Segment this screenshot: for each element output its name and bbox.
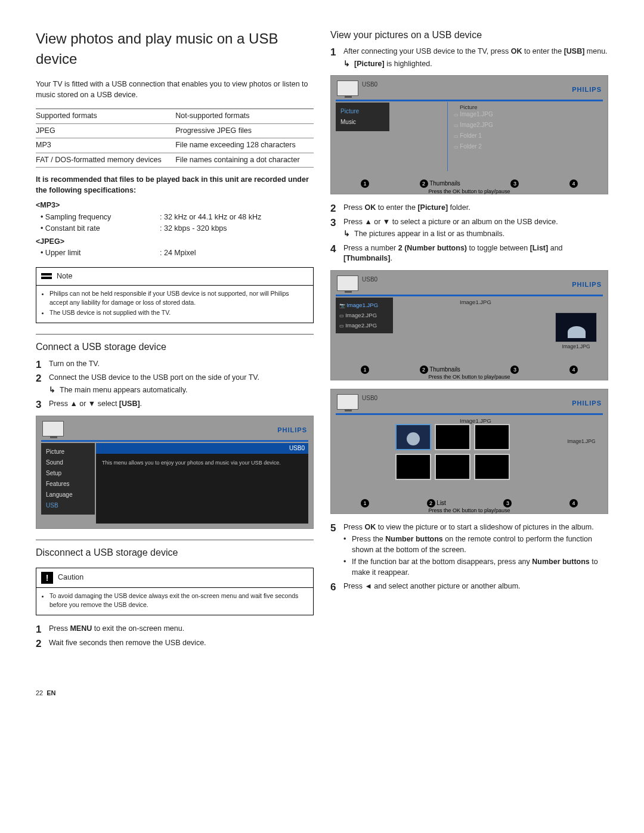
tv-screenshot-thumbnail-view: USB0 PHILIPS Image1.JPG Image1.JPG 1 2 L… bbox=[330, 389, 608, 514]
step-result: The pictures appear in a list or as thum… bbox=[343, 229, 608, 240]
thumbnail bbox=[435, 424, 470, 450]
caution-item: To avoid damaging the USB device always … bbox=[49, 592, 307, 609]
th-unsupported: Not-supported formats bbox=[175, 109, 314, 124]
tv-icon bbox=[337, 80, 358, 96]
disconnect-heading: Disconnect a USB storage device bbox=[36, 540, 314, 559]
tv-bottombar: 1 2 List 3 4 bbox=[361, 499, 578, 507]
note-icon bbox=[41, 273, 52, 279]
tv-icon bbox=[337, 394, 358, 410]
caution-icon: ! bbox=[41, 572, 53, 584]
disconnect-steps: Press MENU to exit the on-screen menu. W… bbox=[36, 624, 314, 648]
step: Press MENU to exit the on-screen menu. bbox=[36, 624, 314, 634]
view-steps: After connecting your USB device to the … bbox=[330, 47, 608, 69]
note-item: Philips can not be held responsible if y… bbox=[49, 289, 307, 306]
step: Press ▲ or ▼ select [USB]. bbox=[36, 399, 314, 410]
tv-bottombar: 1 2 Thumbnails 3 4 bbox=[361, 366, 578, 374]
page-footer: 22EN bbox=[36, 689, 608, 698]
thumbnail bbox=[474, 454, 510, 480]
spec-row: Sampling frequency: 32 kHz or 44.1 kHz o… bbox=[41, 212, 314, 223]
view-steps-cont2: Press OK to view the picture or to start… bbox=[330, 522, 608, 592]
step: Press ▲ or ▼ to select a picture or an a… bbox=[330, 217, 608, 240]
spec-row: Upper limit: 24 Mpixel bbox=[41, 248, 314, 259]
connect-steps: Turn on the TV. Connect the USB device t… bbox=[36, 359, 314, 410]
substep: If the function bar at the bottom disapp… bbox=[343, 557, 608, 578]
tv-icon bbox=[337, 275, 358, 291]
step: Press OK to enter the [Picture] folder. bbox=[330, 203, 608, 213]
intro-text: Your TV is fitted with a USB connection … bbox=[36, 79, 314, 100]
brand: PHILIPS bbox=[277, 426, 307, 435]
step: After connecting your USB device to the … bbox=[330, 47, 608, 69]
tv-main: USB0 This menu allows you to enjoy your … bbox=[96, 443, 308, 524]
step: Turn on the TV. bbox=[36, 359, 314, 370]
brand: PHILIPS bbox=[572, 280, 602, 289]
page-title: View photos and play music on a USB devi… bbox=[36, 29, 314, 69]
step: Wait five seconds then remove the USB de… bbox=[36, 638, 314, 649]
thumbnail-selected bbox=[395, 424, 431, 450]
brand: PHILIPS bbox=[572, 399, 602, 408]
tv-icon bbox=[42, 421, 64, 436]
formats-table: Supported formats Not-supported formats … bbox=[36, 109, 314, 168]
note-title: Note bbox=[57, 271, 72, 282]
preview-image bbox=[555, 312, 597, 342]
step: Connect the USB device to the USB port o… bbox=[36, 373, 314, 395]
tv-screenshot-list-view: USB0 PHILIPS Image1.JPG Image1.JPG Image… bbox=[330, 270, 608, 380]
view-steps-cont: Press OK to enter the [Picture] folder. … bbox=[330, 203, 608, 264]
connect-heading: Connect a USB storage device bbox=[36, 334, 314, 354]
thumbnail bbox=[435, 454, 470, 480]
note-item: The USB device is not supplied with the … bbox=[49, 308, 307, 317]
step: Press OK to view the picture or to start… bbox=[330, 522, 608, 578]
view-heading: View your pictures on a USB device bbox=[330, 29, 608, 42]
preview: Image1.JPG bbox=[564, 437, 599, 447]
tv-screenshot-main-menu: PHILIPS Picture Sound Setup Features Lan… bbox=[36, 416, 314, 529]
tv-screenshot-picture-menu: USB0 PHILIPS Picture Picture Music Image… bbox=[330, 75, 608, 194]
mp3-head: <MP3> bbox=[36, 200, 314, 211]
tv-filelist: Image1.JPG Image2.JPG Folder 1 Folder 2 bbox=[454, 110, 493, 153]
tv-filelist: Image1.JPG Image2.JPG Image2.JPG bbox=[336, 298, 393, 333]
caution-title: Caution bbox=[58, 572, 83, 583]
spec-row: Constant bit rate: 32 kbps - 320 kbps bbox=[41, 224, 314, 234]
jpeg-head: <JPEG> bbox=[36, 237, 314, 247]
tv-bottombar: 1 2 Thumbnails 3 4 bbox=[361, 179, 578, 188]
step-result: The main menu appears automatically. bbox=[49, 385, 314, 396]
thumbnail bbox=[474, 424, 510, 450]
step: Press a number 2 (Number buttons) to tog… bbox=[330, 243, 608, 264]
preview: Image1.JPG bbox=[555, 312, 597, 351]
rec-intro: It is recommended that files to be playe… bbox=[36, 175, 314, 196]
substep: Press the Number buttons on the remote c… bbox=[343, 534, 608, 555]
step: Press ◄ and select another picture or an… bbox=[330, 581, 608, 592]
thumbnail bbox=[395, 454, 431, 480]
th-supported: Supported formats bbox=[36, 109, 175, 124]
brand: PHILIPS bbox=[572, 85, 602, 94]
step-result: [Picture] is highlighted. bbox=[343, 59, 608, 70]
thumbnail-grid bbox=[395, 424, 510, 480]
note-box: Note Philips can not be held responsible… bbox=[36, 267, 314, 324]
tv-sidebar: Picture Sound Setup Features Language US… bbox=[41, 443, 95, 515]
tv-sidebar: Picture Music bbox=[336, 103, 389, 131]
caution-box: ! Caution To avoid damaging the USB devi… bbox=[36, 568, 314, 615]
